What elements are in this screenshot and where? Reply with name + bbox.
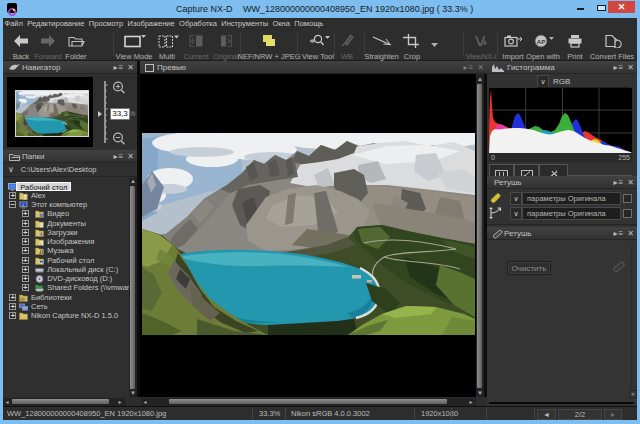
svg-text:AP: AP <box>537 39 545 45</box>
